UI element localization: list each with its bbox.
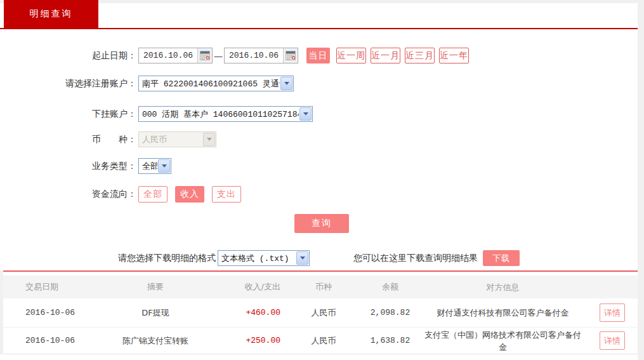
- biz-type-value: 全部: [139, 161, 157, 172]
- currency-label: 币 种：: [0, 134, 136, 145]
- header-amount: 收入/支出: [213, 281, 286, 293]
- header-balance: 余额: [362, 281, 419, 293]
- cell-date: 2016-10-06: [3, 336, 98, 345]
- query-button[interactable]: 查询: [294, 214, 349, 233]
- download-row: 请您选择下载明细的格式 文本格式 (.txt) 您可以在这里下载查询明细结果 下…: [118, 250, 520, 266]
- sub-account-select[interactable]: 000 活期 基本户 1406600101102571848: [138, 106, 313, 122]
- start-date-calendar-button[interactable]: [197, 48, 212, 63]
- header-currency: 币种: [286, 281, 362, 293]
- calendar-icon: [286, 51, 296, 60]
- tab-underline: [0, 28, 638, 29]
- cell-counterparty: 财付通支付科技有限公司客户备付金: [419, 307, 587, 319]
- start-date-value[interactable]: 2016.10.06: [139, 51, 197, 60]
- sub-account-label: 下挂账户：: [0, 109, 136, 120]
- date-range-row: 起止日期： 2016.10.06 — 2016.10.06: [0, 48, 469, 63]
- sub-account-row: 下挂账户： 000 活期 基本户 1406600101102571848: [0, 106, 313, 122]
- header-counterparty: 对方信息: [419, 281, 587, 293]
- register-account-select[interactable]: 南平 6222001406100921065 灵通卡: [138, 76, 294, 91]
- cell-date: 2016-10-06: [3, 308, 98, 317]
- header-date: 交易日期: [3, 281, 98, 293]
- table-row: 2016-10-06 DF提现 +460.00 人民币 2,098.82 财付通…: [3, 298, 638, 328]
- table-row: 2016-10-06 陈广锦支付宝转账 +250.00 人民币 1,638.82…: [3, 328, 638, 354]
- quick-range-week-button[interactable]: 近一周: [336, 48, 366, 63]
- calendar-icon: [200, 51, 210, 60]
- table-header-row: 交易日期 摘要 收入/支出 币种 余额 对方信息: [3, 276, 638, 298]
- sub-account-value: 000 活期 基本户 1406600101102571848: [139, 109, 299, 120]
- cell-currency: 人民币: [286, 335, 362, 347]
- chevron-down-icon: [203, 133, 215, 146]
- currency-row: 币 种： 人民币: [0, 131, 216, 147]
- cell-balance: 1,638.82: [362, 336, 419, 345]
- fund-flow-expense-button[interactable]: 支出: [212, 186, 241, 203]
- end-date-calendar-button[interactable]: [283, 48, 298, 63]
- detail-button[interactable]: 详情: [600, 303, 625, 322]
- cell-balance: 2,098.82: [362, 308, 419, 317]
- chevron-down-icon: [280, 77, 292, 90]
- biz-type-row: 业务类型： 全部: [0, 158, 171, 174]
- download-format-value: 文本格式 (.txt): [218, 253, 296, 264]
- download-button[interactable]: 下载: [483, 250, 520, 266]
- quick-range-month-button[interactable]: 近一月: [371, 48, 400, 63]
- biz-type-select[interactable]: 全部: [138, 158, 171, 174]
- end-date-input[interactable]: 2016.10.06: [224, 48, 298, 63]
- detail-button[interactable]: 详情: [600, 331, 625, 350]
- download-format-select[interactable]: 文本格式 (.txt): [218, 250, 310, 266]
- fund-flow-all-button[interactable]: 全部: [138, 186, 168, 203]
- register-account-row: 请选择注册账户： 南平 6222001406100921065 灵通卡: [0, 76, 294, 91]
- page-right-margin: [638, 0, 644, 360]
- fund-flow-row: 资金流向： 全部 收入 支出: [0, 186, 241, 203]
- chevron-down-icon: [299, 107, 312, 121]
- quick-range-3months-button[interactable]: 近三月: [405, 48, 435, 63]
- cell-summary: 陈广锦支付宝转账: [98, 335, 213, 347]
- register-account-value: 南平 6222001406100921065 灵通卡: [139, 78, 280, 90]
- start-date-input[interactable]: 2016.10.06: [138, 48, 213, 63]
- quick-range-year-button[interactable]: 近一年: [439, 48, 469, 63]
- cell-currency: 人民币: [286, 307, 362, 319]
- cell-counterparty: 支付宝（中国）网络技术有限公司客户备付金: [419, 329, 587, 353]
- chevron-down-icon: [158, 159, 170, 173]
- date-range-label: 起止日期：: [0, 50, 136, 62]
- cell-amount: +460.00: [213, 308, 286, 317]
- header-summary: 摘要: [98, 281, 213, 293]
- register-account-label: 请选择注册账户：: [0, 78, 136, 90]
- currency-value: 人民币: [139, 134, 202, 145]
- fund-flow-income-button[interactable]: 收入: [175, 186, 204, 203]
- cell-amount: +250.00: [213, 336, 286, 345]
- currency-select: 人民币: [138, 131, 216, 147]
- chevron-down-icon: [296, 251, 308, 265]
- download-hint: 您可以在这里下载查询明细结果: [353, 253, 478, 264]
- quick-range-today-button[interactable]: 当日: [306, 48, 330, 63]
- tab-label: 明细查询: [30, 8, 73, 20]
- end-date-value[interactable]: 2016.10.06: [225, 51, 283, 60]
- tab-detail-query[interactable]: 明细查询: [4, 0, 98, 28]
- date-range-separator: —: [214, 51, 223, 61]
- fund-flow-label: 资金流向：: [0, 189, 136, 200]
- cell-summary: DF提现: [98, 307, 213, 319]
- download-format-label: 请您选择下载明细的格式: [118, 253, 216, 264]
- table-top-border: [3, 270, 638, 272]
- biz-type-label: 业务类型：: [0, 161, 136, 172]
